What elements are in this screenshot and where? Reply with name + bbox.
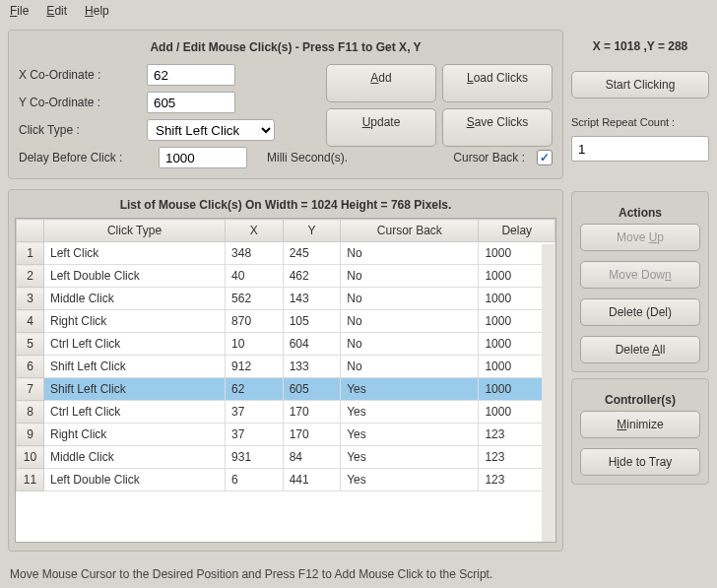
add-edit-panel: Add / Edit Mouse Click(s) - Press F11 to…	[8, 30, 563, 179]
cell-y: 84	[283, 446, 341, 469]
save-clicks-button[interactable]: Save Clicks	[442, 108, 553, 147]
cell-cb: No	[341, 288, 479, 310]
cell-y: 105	[283, 310, 341, 333]
cell-x: 348	[226, 242, 284, 265]
cell-y: 245	[283, 242, 341, 265]
cell-type: Middle Click	[44, 288, 226, 310]
cell-y: 133	[283, 356, 341, 378]
col-delay[interactable]: Delay	[479, 220, 555, 242]
add-edit-title: Add / Edit Mouse Click(s) - Press F11 to…	[19, 40, 553, 54]
col-cb[interactable]: Cursor Back	[341, 220, 479, 242]
ms-label: Milli Second(s).	[267, 151, 348, 164]
load-clicks-button[interactable]: Load Clicks	[442, 64, 553, 102]
move-up-button[interactable]: Move Up	[580, 224, 700, 251]
cell-y: 462	[283, 265, 341, 288]
row-number: 10	[17, 446, 44, 469]
menubar: File Edit Help	[0, 0, 717, 22]
table-row[interactable]: 5 Ctrl Left Click 10 604 No 1000	[17, 333, 555, 356]
table-row[interactable]: 1 Left Click 348 245 No 1000	[17, 242, 555, 265]
cell-y: 604	[283, 333, 341, 356]
click-type-select[interactable]: Shift Left Click	[147, 119, 275, 141]
row-number: 4	[17, 310, 44, 333]
cursor-back-checkbox[interactable]: ✓	[537, 150, 553, 165]
y-input[interactable]	[147, 92, 235, 113]
actions-label: Actions	[580, 206, 700, 220]
y-label: Y Co-Ordinate :	[19, 96, 147, 109]
cell-cb: No	[341, 310, 479, 333]
footer-hint: Move Mouse Cursor to the Desired Positio…	[0, 559, 717, 588]
cell-type: Right Click	[44, 424, 226, 446]
cell-x: 931	[226, 446, 284, 469]
list-title: List of Mouse Click(s) On Width = 1024 H…	[15, 198, 556, 212]
actions-panel: Actions Move Up Move Down Delete (Del) D…	[571, 191, 709, 372]
controllers-label: Controller(s)	[580, 393, 700, 407]
table-row[interactable]: 10 Middle Click 931 84 Yes 123	[17, 446, 555, 469]
table-row[interactable]: 9 Right Click 37 170 Yes 123	[17, 424, 555, 446]
col-x[interactable]: X	[226, 220, 284, 242]
cell-type: Middle Click	[44, 446, 226, 469]
cell-type: Shift Left Click	[44, 356, 226, 378]
xy-status: X = 1018 ,Y = 288	[571, 39, 709, 53]
cell-y: 605	[283, 378, 341, 401]
cell-cb: No	[341, 333, 479, 356]
controllers-panel: Controller(s) Minimize Hide to Tray	[571, 378, 709, 485]
cell-cb: No	[341, 265, 479, 288]
click-table[interactable]: Click Type X Y Cursor Back Delay 1 Left …	[15, 218, 556, 543]
table-row[interactable]: 3 Middle Click 562 143 No 1000	[17, 288, 555, 310]
col-y[interactable]: Y	[283, 220, 341, 242]
row-number: 2	[17, 265, 44, 288]
cell-x: 562	[226, 288, 284, 310]
table-row[interactable]: 6 Shift Left Click 912 133 No 1000	[17, 356, 555, 378]
delete-button[interactable]: Delete (Del)	[580, 298, 700, 326]
cell-type: Left Double Click	[44, 469, 226, 491]
delay-label: Delay Before Click :	[19, 151, 147, 164]
hide-to-tray-button[interactable]: Hide to Tray	[580, 448, 700, 476]
cell-y: 143	[283, 288, 341, 310]
cell-x: 6	[226, 469, 284, 491]
cell-cb: Yes	[341, 446, 479, 469]
start-clicking-button[interactable]: Start Clicking	[571, 71, 709, 98]
click-type-label: Click Type :	[19, 123, 147, 137]
table-row[interactable]: 8 Ctrl Left Click 37 170 Yes 1000	[17, 401, 555, 424]
cell-x: 40	[226, 265, 284, 288]
vertical-scrollbar[interactable]	[542, 244, 555, 542]
cell-x: 870	[226, 310, 284, 333]
delay-input[interactable]	[159, 147, 247, 168]
menu-help[interactable]: Help	[85, 4, 109, 18]
minimize-button[interactable]: Minimize	[580, 411, 700, 438]
row-number: 9	[17, 424, 44, 446]
cell-type: Shift Left Click	[44, 378, 226, 401]
menu-file[interactable]: File	[10, 4, 29, 18]
cell-type: Left Click	[44, 242, 226, 265]
cell-type: Ctrl Left Click	[44, 333, 226, 356]
cell-type: Left Double Click	[44, 265, 226, 288]
delete-all-button[interactable]: Delete All	[580, 336, 700, 363]
cell-y: 170	[283, 401, 341, 424]
cell-x: 912	[226, 356, 284, 378]
move-down-button[interactable]: Move Down	[580, 261, 700, 289]
table-row[interactable]: 7 Shift Left Click 62 605 Yes 1000	[17, 378, 555, 401]
row-number: 5	[17, 333, 44, 356]
table-row[interactable]: 11 Left Double Click 6 441 Yes 123	[17, 469, 555, 491]
col-type[interactable]: Click Type	[44, 220, 226, 242]
menu-edit[interactable]: Edit	[46, 4, 67, 18]
row-number: 7	[17, 378, 44, 401]
cell-x: 62	[226, 378, 284, 401]
add-button[interactable]: Add	[326, 64, 436, 102]
cell-y: 441	[283, 469, 341, 491]
cell-cb: Yes	[341, 469, 479, 491]
update-button[interactable]: Update	[326, 108, 436, 147]
cell-cb: Yes	[341, 378, 479, 401]
cell-type: Ctrl Left Click	[44, 401, 226, 424]
row-number: 6	[17, 356, 44, 378]
x-input[interactable]	[147, 64, 235, 86]
row-number: 11	[17, 469, 44, 491]
repeat-input[interactable]	[571, 136, 709, 162]
table-row[interactable]: 2 Left Double Click 40 462 No 1000	[17, 265, 555, 288]
row-number: 3	[17, 288, 44, 310]
cell-type: Right Click	[44, 310, 226, 333]
cell-x: 37	[226, 401, 284, 424]
table-row[interactable]: 4 Right Click 870 105 No 1000	[17, 310, 555, 333]
cell-cb: Yes	[341, 401, 479, 424]
cell-x: 10	[226, 333, 284, 356]
